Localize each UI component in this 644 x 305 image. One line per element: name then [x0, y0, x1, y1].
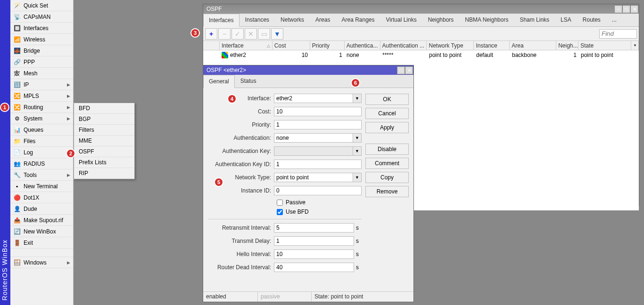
sidebar-item-capsman[interactable]: 📡 CAPsMAN	[10, 11, 73, 23]
column-header[interactable]	[203, 41, 220, 50]
instanceid-field[interactable]: 0	[274, 186, 362, 195]
column-header[interactable]: Authentica...	[345, 41, 380, 50]
remove-button[interactable]: Remove	[365, 186, 409, 197]
sidebar-item-interfaces[interactable]: 🔲 Interfaces	[10, 23, 73, 34]
transmitdelay-field[interactable]: 1	[274, 236, 354, 246]
remove-button[interactable]: −	[218, 28, 231, 40]
copy-button[interactable]: Copy	[365, 172, 409, 183]
sidebar-item-ip[interactable]: 🔢 IP▶	[10, 79, 73, 90]
filter-button[interactable]: ▼	[271, 28, 283, 40]
disable-button[interactable]: ✕	[245, 28, 257, 40]
dialog-titlebar[interactable]: OSPF <ether2> □ ✕	[203, 65, 413, 75]
close-button[interactable]: ✕	[630, 5, 638, 13]
submenu-item-filters[interactable]: Filters	[74, 125, 134, 136]
tab-nbma-neighbors[interactable]: NBMA Neighbors	[459, 13, 514, 26]
comment-button[interactable]: ▭	[258, 28, 270, 40]
tab-sham-links[interactable]: Sham Links	[514, 13, 555, 26]
windows-icon: 🪟	[13, 259, 21, 266]
column-header[interactable]: Instance	[474, 41, 510, 50]
sidebar-item-new-winbox[interactable]: 🔄 New WinBox	[10, 226, 73, 237]
tab-neighbors[interactable]: Neighbors	[422, 13, 460, 26]
add-button[interactable]: +	[205, 28, 217, 40]
column-header[interactable]: Neigh...	[556, 41, 578, 50]
dropdown-icon[interactable]: ▼	[353, 173, 362, 182]
column-header[interactable]: Priority	[310, 41, 345, 50]
dropdown-icon[interactable]: ▼	[353, 146, 362, 156]
apply-button[interactable]: Apply	[365, 122, 409, 133]
submenu-item-ospf[interactable]: OSPF	[74, 146, 134, 157]
passive-checkbox[interactable]	[277, 200, 283, 206]
sidebar-item-new-terminal[interactable]: ▪ New Terminal	[10, 181, 73, 192]
tab-networks[interactable]: Networks	[275, 13, 310, 26]
sidebar-item-mesh[interactable]: 🕸 Mesh	[10, 68, 73, 79]
tab-status[interactable]: Status	[235, 74, 262, 88]
sidebar-item-log[interactable]: 📄 Log	[10, 147, 73, 158]
sidebar-item-mpls[interactable]: 🔀 MPLS▶	[10, 90, 73, 102]
ok-button[interactable]: OK	[365, 94, 409, 105]
dropdown-icon[interactable]: ▼	[353, 94, 362, 103]
authkey-field[interactable]	[274, 146, 353, 156]
tab-interfaces[interactable]: Interfaces	[203, 14, 239, 27]
routerdead-field[interactable]: 40	[274, 263, 354, 272]
sidebar-item-exit[interactable]: 🚪 Exit	[10, 237, 73, 249]
sidebar-item-ppp[interactable]: 🔗 PPP	[10, 56, 73, 68]
column-menu-button[interactable]: ▼	[631, 41, 639, 50]
authkeyid-field[interactable]: 1	[274, 160, 362, 169]
column-header[interactable]: Area	[510, 41, 556, 50]
tab-general[interactable]: General	[203, 75, 235, 88]
ospf-window-titlebar[interactable]: OSPF ─ □ ✕	[203, 4, 639, 14]
submenu-item-rip[interactable]: RIP	[74, 168, 134, 179]
seconds-suffix: s	[354, 238, 362, 244]
column-header[interactable]: State	[578, 41, 631, 50]
dialog-title: OSPF <ether2>	[206, 67, 246, 73]
tab-routes[interactable]: Routes	[577, 13, 606, 26]
authentication-field[interactable]: none	[274, 133, 353, 143]
submenu-item-bgp[interactable]: BGP	[74, 114, 134, 125]
maximize-button[interactable]: □	[397, 66, 405, 74]
maximize-button[interactable]: □	[622, 5, 630, 13]
submenu-item-bfd[interactable]: BFD	[74, 103, 134, 114]
sidebar-item-wireless[interactable]: 📶 Wireless	[10, 34, 73, 45]
column-header[interactable]: Network Type	[427, 41, 474, 50]
sidebar-item-dude[interactable]: 👤 Dude	[10, 203, 73, 215]
tab-lsa[interactable]: LSA	[555, 13, 577, 26]
interface-field[interactable]: ether2	[274, 94, 353, 103]
sidebar-item-radius[interactable]: 👥 RADIUS	[10, 158, 73, 169]
find-input[interactable]	[599, 29, 637, 39]
column-header[interactable]: Authentication ...	[380, 41, 427, 50]
usebfd-checkbox[interactable]	[277, 209, 283, 215]
nettype-field[interactable]: point to point	[274, 173, 353, 182]
column-header[interactable]: Interface△	[220, 41, 272, 50]
tab-[interactable]: ...	[606, 13, 622, 26]
tab-virtual-links[interactable]: Virtual Links	[380, 13, 422, 26]
tab-instances[interactable]: Instances	[239, 13, 275, 26]
sidebar-item-tools[interactable]: 🔧 Tools▶	[10, 169, 73, 181]
submenu-item-prefix-lists[interactable]: Prefix Lists	[74, 157, 134, 168]
submenu-item-mme[interactable]: MME	[74, 136, 134, 146]
priority-field[interactable]: 1	[274, 120, 362, 129]
sidebar-item-dot1x[interactable]: 🔴 Dot1X	[10, 192, 73, 203]
sidebar-item-bridge[interactable]: 🌉 Bridge	[10, 45, 73, 56]
minimize-button[interactable]: ─	[614, 5, 622, 13]
sidebar-item-make-supout.rif[interactable]: 📤 Make Supout.rif	[10, 215, 73, 226]
sidebar-item-system[interactable]: ⚙ System▶	[10, 113, 73, 124]
queues-icon: 📊	[13, 126, 21, 134]
cost-field[interactable]: 10	[274, 107, 362, 116]
comment-button[interactable]: Comment	[365, 158, 409, 169]
tab-areas[interactable]: Areas	[310, 13, 336, 26]
close-button[interactable]: ✕	[405, 66, 413, 74]
sidebar-item-queues[interactable]: 📊 Queues	[10, 124, 73, 136]
sidebar-item-files[interactable]: 📁 Files	[10, 136, 73, 147]
hello-field[interactable]: 10	[274, 249, 354, 259]
sidebar-item-routing[interactable]: 🔀 Routing▶	[10, 102, 73, 113]
column-header[interactable]: Cost	[272, 41, 310, 50]
tab-area-ranges[interactable]: Area Ranges	[336, 13, 380, 26]
sidebar-item-quick-set[interactable]: 🪄 Quick Set	[10, 0, 73, 11]
retransmit-field[interactable]: 5	[274, 223, 354, 233]
cancel-button[interactable]: Cancel	[365, 108, 409, 119]
dropdown-icon[interactable]: ▼	[353, 133, 362, 143]
enable-button[interactable]: ✓	[231, 28, 244, 40]
table-row[interactable]: ether2101none*****point to pointdefaultb…	[203, 50, 639, 60]
sidebar-item-windows[interactable]: 🪟 Windows ▶	[10, 257, 73, 268]
disable-button[interactable]: Disable	[365, 144, 409, 155]
